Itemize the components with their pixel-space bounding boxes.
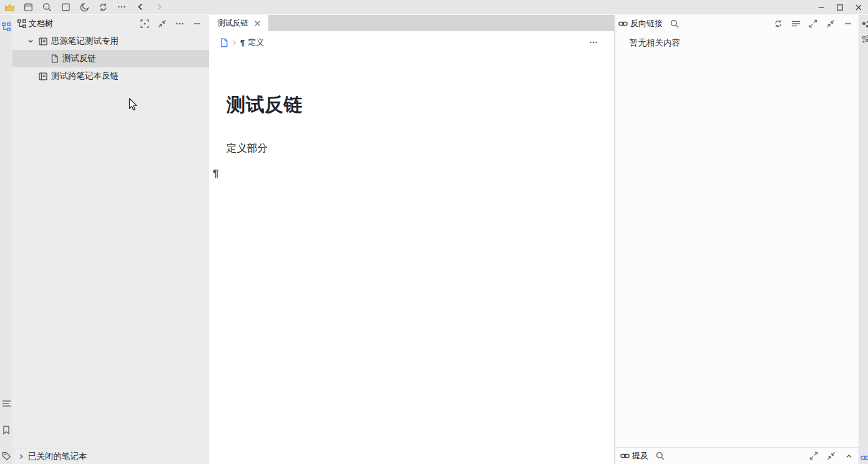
file-tree-header-buttons <box>138 17 204 31</box>
dock-tag-icon[interactable] <box>1 449 12 463</box>
workspace-crown-icon[interactable] <box>2 1 16 13</box>
backlinks-header: 反向链接 <box>615 15 859 32</box>
dock-file-tree-icon[interactable] <box>1 20 12 34</box>
file-tree-icon <box>17 19 26 28</box>
link-icon <box>618 19 628 28</box>
chevron-down-icon[interactable] <box>24 37 37 45</box>
closed-notebooks-label: 已关闭的笔记本 <box>28 451 87 462</box>
notebook-icon <box>37 37 49 46</box>
chevron-right-icon <box>14 453 28 460</box>
tree-row-label: 测试跨笔记本反链 <box>51 70 119 82</box>
collapse-icon[interactable] <box>824 17 837 31</box>
breadcrumb: ¶ 定义 <box>209 31 614 54</box>
theme-moon-icon[interactable] <box>77 1 91 13</box>
tab-bar: 测试反链 <box>209 15 614 31</box>
search-icon[interactable] <box>40 1 54 13</box>
focus-current-doc-icon[interactable] <box>138 17 152 31</box>
sync-icon[interactable] <box>96 1 110 13</box>
backlinks-search-icon[interactable] <box>669 17 680 31</box>
block-gutter-pilcrow[interactable]: ¶ <box>213 168 614 180</box>
link-icon <box>620 452 630 460</box>
back-chevron-icon[interactable] <box>134 1 147 13</box>
closed-notebooks-toggle[interactable]: 已关闭的笔记本 <box>12 448 209 464</box>
tab-active[interactable]: 测试反链 <box>209 15 268 31</box>
breadcrumb-block-segment[interactable]: ¶ 定义 <box>240 37 264 48</box>
dock-graph-icon[interactable] <box>861 20 868 29</box>
right-dock-bottom <box>859 453 868 462</box>
backlinks-empty-message: 暂无相关内容 <box>630 37 859 49</box>
daily-note-calendar-icon[interactable] <box>21 1 35 13</box>
breadcrumb-block-label: 定义 <box>248 37 264 48</box>
panel-more-icon[interactable] <box>173 17 187 31</box>
tree-row-notebook[interactable]: 思源笔记测试专用 <box>12 32 209 50</box>
editor-area: 测试反链 ¶ 定义 测试反链 定义部分 ¶ <box>209 15 615 464</box>
tree-row-document[interactable]: 测试反链 <box>12 50 209 67</box>
collapse-all-icon[interactable] <box>155 17 169 31</box>
topbar <box>0 0 868 14</box>
window-maximize-icon[interactable] <box>831 1 849 14</box>
left-dock-bottom <box>0 392 12 463</box>
expand-icon[interactable] <box>807 449 821 463</box>
more-ellipsis-icon[interactable] <box>115 1 129 13</box>
mentions-title: 提及 <box>632 450 648 462</box>
document-icon <box>49 54 60 63</box>
file-tree-header: 文档树 <box>12 15 209 32</box>
mentions-section-header[interactable]: 提及 <box>615 447 859 464</box>
file-tree-panel: 文档树 思源笔记测试专用 测试反链 <box>12 15 209 464</box>
mentions-buttons <box>807 449 856 463</box>
file-tree-panel-title: 文档树 <box>29 18 53 29</box>
editor-more-icon[interactable] <box>587 36 600 49</box>
window-minimize-icon[interactable] <box>812 1 831 14</box>
doc-paragraph[interactable]: 定义部分 <box>227 142 614 155</box>
panel-minimize-icon[interactable] <box>841 17 855 31</box>
doc-title[interactable]: 测试反链 <box>227 92 614 118</box>
collapse-icon[interactable] <box>824 449 838 463</box>
backlinks-header-buttons <box>771 17 855 31</box>
flashcard-icon[interactable] <box>59 1 72 13</box>
expand-icon[interactable] <box>806 17 820 31</box>
dock-bookmark-icon[interactable] <box>1 423 12 437</box>
mentions-search-icon[interactable] <box>655 449 666 463</box>
breadcrumb-chevron-icon <box>231 39 238 46</box>
right-dock <box>859 15 868 464</box>
chevron-up-icon[interactable] <box>842 449 856 463</box>
paragraph-block-icon: ¶ <box>240 38 245 47</box>
tab-close-icon[interactable] <box>255 21 260 26</box>
forward-chevron-icon[interactable] <box>152 1 166 13</box>
dock-global-graph-icon[interactable] <box>861 34 868 44</box>
sort-list-icon[interactable] <box>789 17 802 31</box>
tree-row-label: 测试反链 <box>62 53 96 64</box>
window-controls <box>812 0 868 14</box>
refresh-icon[interactable] <box>771 17 785 31</box>
backlinks-title: 反向链接 <box>630 18 663 29</box>
left-dock <box>0 15 12 464</box>
backlinks-panel: 反向链接 暂无相关内容 提及 <box>615 15 859 464</box>
tab-label: 测试反链 <box>217 18 248 29</box>
notebook-icon <box>37 72 49 80</box>
dock-outline-icon[interactable] <box>1 397 12 410</box>
breadcrumb-doc-icon[interactable] <box>220 38 228 47</box>
tree-row-notebook[interactable]: 测试跨笔记本反链 <box>12 67 209 85</box>
tree-row-label: 思源笔记测试专用 <box>51 36 119 47</box>
window-close-icon[interactable] <box>849 1 868 14</box>
dock-backlink-active-icon[interactable] <box>861 453 868 462</box>
topbar-left-icons <box>0 1 166 13</box>
panel-minimize-icon[interactable] <box>190 17 204 31</box>
